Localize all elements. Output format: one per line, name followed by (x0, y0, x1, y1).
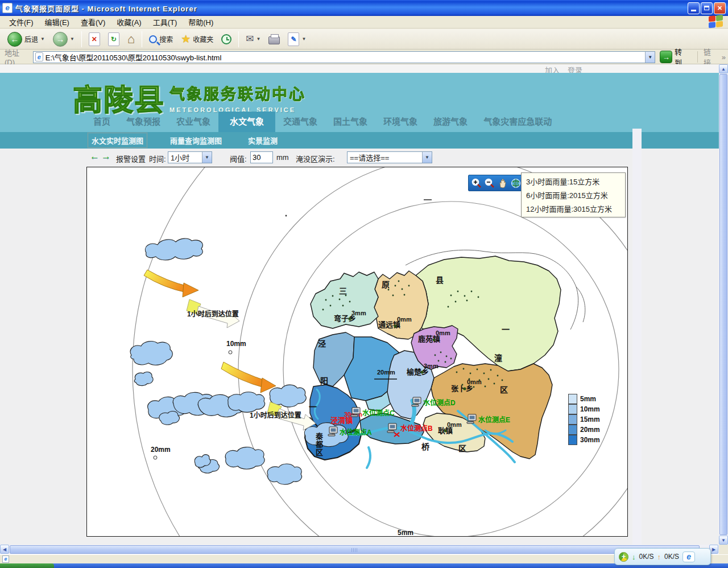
menu-edit[interactable]: 编辑(E) (39, 17, 75, 27)
nav-hydrology[interactable]: 水文气象 (218, 112, 275, 132)
pan-hand-icon[interactable] (497, 178, 508, 189)
windows-flag-icon (709, 15, 725, 30)
join-link[interactable]: 加入 (545, 64, 560, 73)
menu-tools[interactable]: 工具(T) (147, 17, 183, 27)
menu-view[interactable]: 查看(V) (75, 17, 111, 27)
nav-traffic[interactable]: 交通气象 (275, 112, 325, 132)
geo-label: 县 (436, 275, 444, 285)
address-input[interactable]: e E:\气象台\原型20110530\原型20110530\swyb-list… (33, 51, 655, 63)
stop-icon: ✕ (89, 32, 100, 46)
threshold-input[interactable] (250, 151, 273, 163)
upload-speed: 0K/S (664, 553, 679, 561)
links-bar[interactable]: 链接 » (697, 51, 726, 63)
svg-text:0mm: 0mm (436, 330, 450, 336)
window-title: 气象预报页面原型 - Microsoft Internet Explorer (15, 3, 688, 14)
tab-realtime-monitor-map[interactable]: 水文实时监测图 (88, 133, 147, 148)
svg-text:3mm: 3mm (424, 363, 439, 369)
print-button[interactable] (266, 33, 283, 46)
menu-favorites[interactable]: 收藏(A) (111, 17, 147, 27)
tab-rainfall-query-map[interactable]: 雨量查询监测图 (167, 133, 225, 147)
full-extent-globe-icon[interactable] (510, 178, 522, 189)
station-a-label: 水位测点A (340, 428, 372, 437)
geo-label: 阳 (320, 376, 328, 385)
favorites-button[interactable]: ★ 收藏夹 (178, 31, 216, 47)
page-viewport: 加入 登录 高陵县 气象服务联动中心 METEOROLOGICAL SERVIC… (0, 64, 728, 545)
vertical-scroll-thumb[interactable] (719, 74, 727, 535)
map-canvas: 1小时后到达位置 1小时后到达位置 5mm 10mm 20mm 20mm 三 原… (87, 167, 627, 536)
edit-icon: ✎ (288, 32, 299, 46)
flood-area-select[interactable]: ==请选择== ▼ (347, 151, 432, 163)
search-button[interactable]: 搜索 (146, 33, 176, 45)
history-clock-icon (221, 34, 231, 44)
login-link[interactable]: 登录 (568, 64, 582, 73)
net-speed-widget[interactable]: ↓ 0K/S ↑ 0K/S e (614, 548, 711, 565)
geo-label: 三 (339, 286, 347, 295)
back-button[interactable]: ← 后退 ▼ (5, 31, 48, 48)
main-nav: 首页 气象预报 农业气象 水文气象 交通气象 国土气象 环境气象 旅游气象 气象… (0, 112, 719, 132)
time-select[interactable]: 1小时 ▼ (168, 151, 212, 163)
geo-label: 潼 (494, 353, 502, 363)
browser-toolbar: ← 后退 ▼ → ▼ ✕ ↻ ⌂ 搜索 ★ 收藏夹 (0, 29, 728, 50)
close-button[interactable]: ✕ (714, 2, 726, 14)
zoom-out-icon[interactable] (484, 178, 495, 189)
vertical-scrollbar[interactable] (632, 129, 642, 545)
nav-land[interactable]: 国土气象 (325, 112, 375, 132)
svg-text:0mm: 0mm (447, 421, 462, 428)
nav-environment[interactable]: 环境气象 (375, 112, 425, 132)
hydrology-map[interactable]: 1小时后到达位置 1小时后到达位置 5mm 10mm 20mm 20mm 三 原… (86, 167, 628, 537)
upload-arrow-icon: ↑ (657, 553, 661, 561)
edit-button[interactable]: ✎ ▼ (285, 31, 309, 47)
title-bar[interactable]: e 气象预报页面原型 - Microsoft Internet Explorer… (0, 0, 728, 16)
station-C[interactable]: 水位测点C (351, 408, 395, 417)
station-D[interactable]: 水位测点D (412, 397, 456, 407)
nav-agriculture[interactable]: 农业气象 (168, 112, 218, 132)
history-button[interactable] (218, 33, 234, 46)
station-E[interactable]: 水位测点E (467, 414, 510, 424)
scroll-left-icon[interactable]: ◀ (0, 545, 9, 554)
forward-icon: → (53, 32, 68, 47)
rainfall-6h: 6小时面雨量:2015立方米 (526, 189, 621, 203)
forward-dropdown-icon[interactable]: ▼ (70, 36, 75, 42)
vertical-scrollbar[interactable]: ▲ ▼ (719, 64, 728, 545)
menu-file[interactable]: 文件(F) (3, 17, 39, 27)
legend-swatch-30mm (568, 435, 577, 445)
forward-button[interactable]: → ▼ (50, 31, 77, 48)
edit-dropdown-icon[interactable]: ▼ (301, 36, 306, 42)
station-A[interactable]: 水位测点A (328, 427, 372, 437)
refresh-button[interactable]: ↻ (105, 31, 122, 47)
rainfall-3h: 3小时面雨量:15立方米 (526, 175, 621, 189)
horizontal-scroll-thumb[interactable] (10, 545, 700, 554)
minimize-button[interactable] (688, 2, 700, 14)
rainfall-legend: 5mm 10mm 15mm 20mm 30mm (568, 394, 600, 445)
prev-arrow-icon[interactable]: ← (90, 151, 100, 162)
address-dropdown-icon[interactable]: ▼ (645, 52, 655, 63)
stop-button[interactable]: ✕ (86, 31, 103, 47)
scroll-up-icon[interactable]: ▲ (719, 64, 728, 73)
nav-home[interactable]: 首页 (85, 112, 118, 132)
horizontal-scrollbar[interactable]: ◀ ▶ (0, 545, 719, 554)
sub-nav: 水文实时监测图 雨量查询监测图 实景监测 (0, 132, 719, 149)
restore-button[interactable] (701, 2, 713, 14)
scroll-down-icon[interactable]: ▼ (719, 536, 728, 545)
download-speed: 0K/S (639, 553, 654, 561)
geo-label-qindu: 秦都区 (313, 433, 324, 456)
geo-label: 区 (500, 385, 508, 394)
alarm-controls: ← → 报警设置 时间: 1小时 ▼ 阀值: mm 淹没区演示: ==请选择==… (0, 149, 719, 167)
nav-weather-forecast[interactable]: 气象预报 (118, 112, 168, 132)
start-button[interactable] (0, 563, 54, 568)
refresh-icon: ↻ (108, 32, 119, 46)
legend-swatch-20mm (568, 425, 577, 435)
mail-dropdown-icon[interactable]: ▼ (256, 36, 260, 42)
home-button[interactable]: ⌂ (125, 31, 138, 48)
ie-widget-icon[interactable]: e (682, 551, 695, 562)
mail-button[interactable]: ✉ ▼ (243, 32, 263, 46)
menu-help[interactable]: 帮助(H) (183, 17, 219, 27)
back-dropdown-icon[interactable]: ▼ (40, 36, 45, 42)
zoom-in-icon[interactable] (471, 178, 482, 189)
threshold-label: 阀值: (230, 153, 247, 164)
ring-marker-20mm (154, 456, 157, 459)
next-arrow-icon[interactable]: → (101, 151, 111, 162)
nav-tourism[interactable]: 旅游气象 (425, 112, 475, 132)
tab-live-monitor[interactable]: 实景监测 (245, 133, 281, 147)
nav-disaster-emergency[interactable]: 气象灾害应急联动 (475, 112, 560, 132)
